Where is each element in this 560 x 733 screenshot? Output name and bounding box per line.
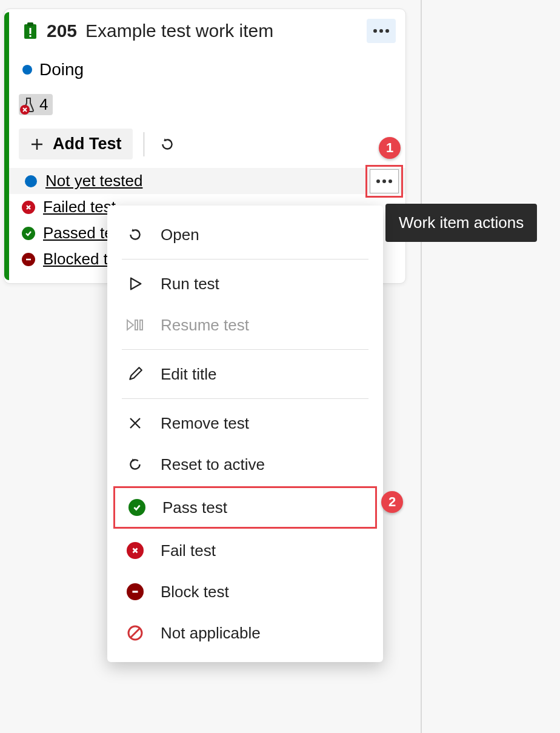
test-item-label: Failed test — [43, 198, 116, 216]
svg-rect-11 — [140, 320, 142, 330]
svg-rect-2 — [30, 28, 32, 34]
undo-icon — [125, 455, 145, 474]
more-icon — [373, 28, 390, 33]
menu-label: Open — [161, 226, 199, 244]
play-icon — [125, 274, 145, 293]
open-icon — [125, 225, 145, 244]
menu-label: Not applicable — [161, 624, 261, 643]
work-item-title[interactable]: Example test work item — [85, 21, 273, 41]
state-label: Doing — [39, 60, 84, 79]
not-applicable-icon — [125, 623, 145, 643]
more-icon — [376, 179, 393, 184]
toolbar-separator — [144, 132, 144, 156]
close-icon — [125, 413, 145, 433]
svg-rect-1 — [27, 22, 33, 26]
edit-icon — [125, 364, 145, 384]
card-header: 205 Example test work item — [14, 19, 396, 43]
menu-reset-active[interactable]: Reset to active — [107, 444, 383, 485]
plus-icon — [30, 137, 44, 152]
menu-separator — [122, 259, 368, 259]
card-toolbar: Add Test — [14, 129, 396, 159]
menu-label: Fail test — [161, 541, 216, 560]
test-item-actions-button[interactable] — [370, 169, 399, 193]
menu-label: Resume test — [161, 316, 249, 335]
menu-label: Reset to active — [161, 455, 265, 474]
refresh-icon — [159, 136, 175, 152]
menu-fail-test[interactable]: Fail test — [107, 530, 383, 571]
svg-point-9 — [388, 179, 392, 183]
state-dot-icon — [22, 65, 32, 75]
menu-label: Edit title — [161, 365, 217, 384]
context-menu: Open Run test Resume test Edit title Rem… — [107, 206, 383, 662]
column-divider — [421, 0, 422, 733]
add-test-button[interactable]: Add Test — [19, 129, 133, 159]
svg-point-5 — [379, 29, 383, 33]
status-failed-icon — [21, 200, 36, 215]
resume-icon — [125, 315, 145, 335]
status-blocked-icon — [21, 252, 36, 267]
menu-label: Remove test — [161, 414, 249, 433]
svg-point-6 — [385, 29, 389, 33]
status-active-icon — [24, 174, 38, 189]
state-row: Doing — [14, 60, 396, 79]
test-item-label: Not yet tested — [45, 172, 142, 190]
callout-marker-2: 2 — [381, 491, 403, 513]
menu-separator — [122, 398, 368, 399]
svg-rect-10 — [135, 320, 138, 330]
refresh-button[interactable] — [155, 132, 179, 156]
test-item-active[interactable]: Not yet tested — [9, 168, 405, 194]
callout-frame-1 — [365, 165, 403, 198]
callout-marker-1: 1 — [379, 137, 401, 159]
menu-pass-test[interactable]: Pass test — [113, 486, 377, 529]
menu-separator — [122, 349, 368, 350]
menu-run-test[interactable]: Run test — [107, 263, 383, 304]
pass-icon — [127, 498, 147, 517]
svg-point-8 — [382, 179, 386, 183]
menu-open[interactable]: Open — [107, 214, 383, 255]
menu-edit-title[interactable]: Edit title — [107, 353, 383, 395]
block-icon — [125, 582, 145, 601]
status-passed-icon — [21, 226, 36, 241]
menu-remove-test[interactable]: Remove test — [107, 403, 383, 444]
menu-label: Pass test — [162, 498, 227, 517]
test-count-badge[interactable]: 4 — [19, 94, 53, 115]
work-item-type-icon — [22, 22, 38, 40]
svg-point-4 — [373, 29, 377, 33]
card-actions-button[interactable] — [367, 19, 396, 43]
work-item-id: 205 — [47, 21, 77, 41]
menu-resume-test: Resume test — [107, 304, 383, 346]
menu-not-applicable[interactable]: Not applicable — [107, 612, 383, 654]
badge-row: 4 — [14, 94, 396, 115]
svg-point-7 — [376, 179, 380, 183]
add-test-label: Add Test — [53, 135, 122, 153]
work-item-actions-tooltip: Work item actions — [385, 204, 537, 242]
test-count-value: 4 — [39, 95, 48, 114]
menu-label: Run test — [161, 275, 219, 293]
beaker-icon — [21, 96, 36, 113]
fail-icon — [125, 541, 145, 560]
menu-label: Block test — [161, 583, 229, 601]
fail-overlay-icon — [20, 105, 30, 115]
svg-rect-3 — [30, 35, 32, 37]
menu-block-test[interactable]: Block test — [107, 571, 383, 612]
